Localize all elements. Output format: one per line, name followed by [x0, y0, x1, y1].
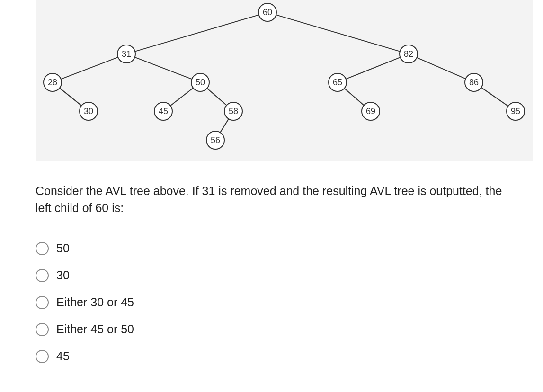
option-row[interactable]: 45	[36, 349, 509, 363]
avl-tree-diagram: 60318228506586304558699556	[36, 0, 533, 161]
tree-edge	[417, 58, 465, 79]
tree-edge	[60, 88, 81, 106]
svg-text:65: 65	[333, 78, 342, 87]
svg-text:50: 50	[196, 78, 205, 87]
tree-node-45: 45	[154, 102, 172, 120]
tree-node-60: 60	[258, 3, 276, 21]
svg-text:58: 58	[229, 107, 238, 116]
option-label: 45	[56, 349, 70, 363]
tree-edge	[135, 57, 192, 79]
tree-node-82: 82	[400, 45, 418, 63]
tree-node-50: 50	[191, 73, 209, 91]
svg-text:30: 30	[84, 107, 93, 116]
tree-node-58: 58	[224, 102, 242, 120]
option-label: 30	[56, 268, 70, 282]
tree-edge	[61, 57, 118, 79]
radio-button[interactable]	[36, 350, 49, 363]
tree-edge	[481, 88, 508, 106]
tree-node-56: 56	[206, 131, 224, 149]
tree-edge	[346, 57, 401, 79]
tree-node-31: 31	[117, 45, 135, 63]
tree-edge	[170, 88, 193, 106]
tree-node-69: 69	[362, 102, 380, 120]
tree-edge	[344, 88, 364, 105]
option-label: 50	[56, 241, 70, 255]
option-label: Either 30 or 45	[56, 295, 134, 309]
svg-text:31: 31	[122, 49, 131, 59]
option-row[interactable]: 30	[36, 268, 509, 282]
option-row[interactable]: Either 45 or 50	[36, 322, 509, 336]
tree-edge	[135, 15, 259, 51]
tree-edge	[276, 15, 400, 51]
tree-node-86: 86	[465, 73, 483, 91]
svg-text:69: 69	[366, 107, 375, 116]
options-list: 5030Either 30 or 45Either 45 or 5045	[36, 232, 509, 376]
svg-text:95: 95	[511, 107, 520, 116]
tree-node-30: 30	[80, 102, 98, 120]
radio-button[interactable]	[36, 296, 49, 309]
radio-button[interactable]	[36, 269, 49, 282]
tree-node-95: 95	[507, 102, 525, 120]
page-container: 60318228506586304558699556 Consider the …	[0, 0, 543, 392]
svg-text:28: 28	[48, 78, 57, 87]
svg-text:60: 60	[263, 8, 272, 17]
tree-node-65: 65	[329, 73, 347, 91]
option-label: Either 45 or 50	[56, 322, 134, 336]
avl-tree-svg: 60318228506586304558699556	[36, 0, 533, 161]
radio-button[interactable]	[36, 323, 49, 336]
tree-edge	[207, 88, 226, 105]
radio-button[interactable]	[36, 242, 49, 255]
tree-node-28: 28	[44, 73, 62, 91]
svg-text:86: 86	[469, 78, 479, 87]
svg-text:45: 45	[159, 107, 168, 116]
tree-edge	[220, 119, 229, 133]
option-row[interactable]: Either 30 or 45	[36, 295, 509, 309]
svg-text:56: 56	[211, 135, 220, 145]
question-text: Consider the AVL tree above. If 31 is re…	[36, 182, 509, 217]
svg-text:82: 82	[404, 49, 413, 59]
option-row[interactable]: 50	[36, 241, 509, 255]
